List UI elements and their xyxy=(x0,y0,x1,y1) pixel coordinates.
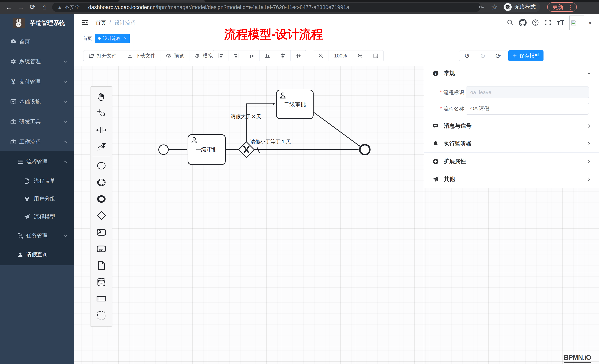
align-top-icon[interactable] xyxy=(244,51,260,61)
flow-gateway-to-task2[interactable] xyxy=(247,104,275,142)
sidebar-fold-icon[interactable] xyxy=(81,18,89,27)
security-label[interactable]: 不安全 xyxy=(64,4,80,11)
browser-home-button[interactable]: ⌂ xyxy=(40,2,49,12)
browser-active-tab[interactable] xyxy=(118,0,205,2)
tag-view-bar: 首页 设计流程 × xyxy=(74,31,599,46)
sidebar-item-system[interactable]: 系统管理 xyxy=(0,52,74,71)
bpmn-io-watermark[interactable]: BPMN.iO xyxy=(564,354,591,363)
robot-face-icon xyxy=(23,195,31,203)
flow-label-le1[interactable]: 请假小于等于 1 天 xyxy=(250,139,291,144)
avatar[interactable] xyxy=(569,16,584,30)
zoom-in-icon[interactable] xyxy=(352,51,368,61)
panel-section-message-signal[interactable]: 消息与信号 xyxy=(424,117,599,135)
panel-section-other[interactable]: 其他 xyxy=(424,170,599,188)
sidebar-item-leave-query[interactable]: 请假查询 xyxy=(0,245,74,264)
broken-image-icon xyxy=(571,20,577,26)
sidebar-item-devtools[interactable]: 研发工具 xyxy=(0,112,74,131)
process-name-input[interactable] xyxy=(466,103,589,115)
save-model-button[interactable]: 保存模型 xyxy=(508,50,544,61)
app-header: 首页 / 设计流程 ᴛT ▼ xyxy=(74,14,599,31)
person-icon xyxy=(16,251,24,259)
button-label: 下载文件 xyxy=(135,52,155,59)
download-file-button[interactable]: 下载文件 xyxy=(122,51,161,61)
browser-reload-button[interactable]: ⟳ xyxy=(28,2,37,12)
document-edit-icon xyxy=(23,177,31,185)
info-icon: i xyxy=(432,69,440,77)
avatar-caret-icon[interactable]: ▼ xyxy=(588,21,592,26)
url-bar[interactable]: ▲ 不安全 dashboard.yudao.iocoder.cn/bpm/man… xyxy=(52,3,481,12)
help-icon[interactable] xyxy=(530,17,541,28)
chevron-right-icon xyxy=(586,141,592,146)
tag-design-process[interactable]: 设计流程 × xyxy=(95,34,130,43)
user-task-level2[interactable]: 二级审批 xyxy=(277,90,313,119)
sidebar-item-process-form[interactable]: 流程表单 xyxy=(0,172,74,190)
section-label: 执行监听器 xyxy=(444,140,472,147)
zoom-out-icon[interactable] xyxy=(313,51,329,61)
svg-text:二级审批: 二级审批 xyxy=(284,101,306,107)
sidebar-item-user-group[interactable]: 用户分组 xyxy=(0,190,74,208)
font-size-icon[interactable]: ᴛT xyxy=(555,17,566,28)
bell-icon xyxy=(432,140,440,148)
flow-task2-to-end[interactable] xyxy=(314,112,360,146)
sidebar-item-home[interactable]: 首页 xyxy=(0,32,74,51)
start-event[interactable] xyxy=(159,145,168,154)
sidebar-item-process-mgmt[interactable]: 流程管理 xyxy=(0,153,74,171)
sidebar-item-task-mgmt[interactable]: 任务管理 xyxy=(0,227,74,245)
send-icon xyxy=(432,175,440,183)
browser-menu-icon[interactable]: ⋮ xyxy=(568,4,573,10)
end-event[interactable] xyxy=(360,145,370,155)
tag-home[interactable]: 首页 xyxy=(79,34,96,43)
panel-section-execution-listener[interactable]: 执行监听器 xyxy=(424,135,599,153)
flow-label-gt3[interactable]: 请假大于 3 天 xyxy=(231,114,261,119)
sidebar-item-label: 流程表单 xyxy=(34,177,55,185)
browser-forward-button[interactable]: → xyxy=(16,2,26,12)
github-icon[interactable] xyxy=(518,17,528,28)
general-form: * 流程标识 * 流程名称 xyxy=(424,81,599,117)
process-key-input[interactable] xyxy=(466,86,589,98)
chevron-down-icon xyxy=(63,79,68,84)
close-icon[interactable]: × xyxy=(124,36,126,41)
user-task-level1[interactable]: 一级审批 xyxy=(188,135,225,164)
plus-icon xyxy=(512,53,517,58)
sidebar-item-infra[interactable]: 基础设施 xyxy=(0,93,74,111)
sidebar-item-label: 首页 xyxy=(19,38,30,45)
bookmark-star-icon[interactable]: ☆ xyxy=(491,3,498,11)
breadcrumb-home[interactable]: 首页 xyxy=(96,19,106,27)
open-file-button[interactable]: 打开文件 xyxy=(83,51,122,61)
align-bottom-icon[interactable] xyxy=(260,51,275,61)
file-button-group: 打开文件 下载文件 预览 模拟 xyxy=(83,50,218,61)
url-path: /bpm/manager/model/design?modelId=e4a1a1… xyxy=(156,4,349,10)
browser-update-button[interactable]: 更新 ⋮ xyxy=(547,2,577,12)
browser-back-button[interactable]: ← xyxy=(4,2,14,12)
app-logo-row[interactable]: 芋道管理系统 xyxy=(0,14,74,32)
align-right-icon[interactable] xyxy=(229,51,244,61)
fullscreen-icon[interactable] xyxy=(543,17,553,28)
redo-icon[interactable]: ↻ xyxy=(475,51,490,61)
sidebar-item-label: 流程管理 xyxy=(26,158,48,166)
restart-icon[interactable]: ⟳ xyxy=(490,51,506,61)
sidebar-item-workflow[interactable]: 工作流程 xyxy=(0,133,74,151)
align-center-vertical-icon[interactable] xyxy=(275,51,291,61)
align-center-horizontal-icon[interactable] xyxy=(291,51,306,61)
fit-viewport-icon[interactable] xyxy=(368,51,383,61)
search-icon[interactable] xyxy=(505,17,515,28)
security-warning-icon: ▲ xyxy=(57,4,62,10)
chevron-right-icon xyxy=(586,123,592,129)
paper-plane-icon xyxy=(23,213,31,221)
sidebar-item-label: 任务管理 xyxy=(26,232,48,239)
bpmn-canvas[interactable]: 一级审批 X 二级审批 请假大于 3 天 请假小于等于 1 天 xyxy=(74,66,599,364)
process-name-row: * 流程名称 xyxy=(424,103,599,115)
sidebar-item-process-model[interactable]: 流程模型 xyxy=(0,208,74,226)
sidebar-item-payment[interactable]: ¥ 支付管理 xyxy=(0,73,74,91)
monitor-icon xyxy=(9,98,18,106)
align-left-icon[interactable] xyxy=(213,51,229,61)
key-icon[interactable] xyxy=(478,3,485,11)
process-key-row: * 流程标识 xyxy=(424,86,599,98)
panel-section-extension-props[interactable]: 扩展属性 xyxy=(424,153,599,170)
breadcrumb-current: 设计流程 xyxy=(114,19,136,27)
undo-icon[interactable]: ↺ xyxy=(459,51,475,61)
gear-icon xyxy=(9,58,18,66)
panel-section-general[interactable]: i 常规 xyxy=(424,66,599,81)
preview-button[interactable]: 预览 xyxy=(161,51,189,61)
url-divider xyxy=(84,4,84,10)
